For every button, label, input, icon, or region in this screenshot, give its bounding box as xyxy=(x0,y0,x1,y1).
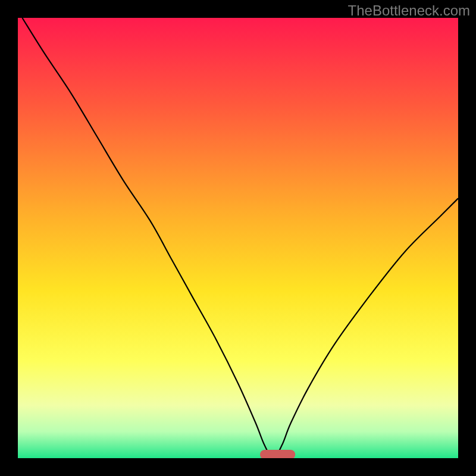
watermark: TheBottleneck.com xyxy=(348,2,470,19)
optimal-marker xyxy=(260,450,295,459)
bottleneck-chart xyxy=(0,0,476,476)
chart-container: TheBottleneck.com xyxy=(0,0,476,476)
plot-area xyxy=(18,18,458,458)
